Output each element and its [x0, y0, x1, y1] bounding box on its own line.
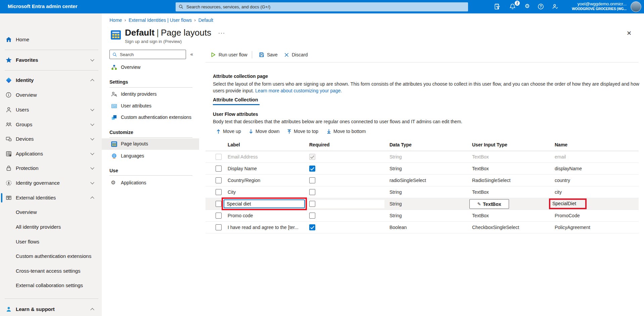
menu-item-applications[interactable]: ⚙ Applications — [102, 177, 199, 189]
nav-subitem-cross-tenant-access-settings[interactable]: Cross-tenant access settings — [0, 264, 102, 278]
row-checkbox[interactable] — [216, 166, 222, 172]
menu-item-languages[interactable]: Languages — [102, 150, 199, 162]
home-icon — [5, 36, 13, 43]
nav-label: Groups — [16, 122, 32, 127]
table-row-policy-agreement[interactable]: I have read and agree to the [ter... Boo… — [205, 222, 639, 233]
menu-collapse-button[interactable]: « — [190, 51, 193, 57]
menu-item-page-layouts[interactable]: Page layouts — [102, 138, 199, 150]
nav-label: Learn & support — [16, 306, 55, 312]
table-row-special-diet[interactable]: String ✎ TextBox SpecialDiet — [205, 198, 639, 210]
settings-gear-icon[interactable]: ⚙ — [523, 3, 531, 10]
nav-item-overview[interactable]: Overview — [0, 88, 102, 102]
label-edit-input[interactable] — [224, 199, 305, 208]
nav-label: User flows — [16, 239, 39, 244]
nav-subitem-all-identity-providers[interactable]: All identity providers — [0, 220, 102, 234]
move-to-bottom-button[interactable]: Move to bottom — [326, 128, 366, 135]
more-actions-icon[interactable]: ... — [218, 28, 225, 35]
feedback-icon[interactable] — [552, 3, 560, 10]
row-checkbox[interactable] — [216, 201, 222, 207]
nav-item-applications[interactable]: Applications — [0, 147, 102, 161]
nav-subitem-overview[interactable]: Overview — [0, 206, 102, 219]
table-row-city[interactable]: City String TextBox city — [205, 186, 639, 198]
learn-support-icon — [5, 306, 13, 313]
user-flow-attributes-title: User Flow attributes — [213, 111, 258, 117]
cell-name: PromoCode — [555, 210, 580, 221]
move-down-button[interactable]: Move down — [248, 128, 280, 135]
table-row-country[interactable]: Country/Region radioSingleSelect RadioSi… — [205, 175, 639, 186]
nav-subitem-custom-authentication-extensions[interactable]: Custom authentication extensions — [0, 250, 102, 263]
menu-search-input[interactable] — [119, 50, 185, 59]
lock-icon — [5, 165, 13, 172]
chevron-down-icon — [90, 122, 94, 126]
avatar[interactable] — [631, 1, 641, 12]
nav-item-home[interactable]: Home — [0, 33, 102, 46]
nav-divider — [5, 50, 98, 50]
move-up-label: Move up — [223, 129, 241, 134]
breadcrumb-link-user-flows[interactable]: External Identities | User flows — [129, 17, 192, 23]
required-checkbox[interactable] — [309, 177, 315, 183]
cell-label: Email Address — [228, 151, 258, 163]
column-header-required[interactable]: Required — [309, 142, 330, 147]
chevron-down-icon — [90, 107, 94, 111]
column-header-user-input-type[interactable]: User Input Type — [472, 142, 507, 147]
nav-item-identity-governance[interactable]: Identity governance — [0, 176, 102, 190]
row-checkbox[interactable] — [216, 213, 222, 219]
row-checkbox[interactable] — [216, 224, 222, 230]
cell-input-type: RadioSingleSelect — [472, 175, 510, 186]
column-header-name[interactable]: Name — [555, 142, 567, 147]
menu-item-overview[interactable]: Overview — [102, 62, 199, 73]
row-checkbox[interactable] — [216, 177, 222, 183]
run-user-flow-button[interactable]: Run user flow — [210, 50, 247, 59]
table-row-display-name[interactable]: Display Name String TextBox displayName — [205, 163, 639, 175]
menu-section-header-customize: Customize — [109, 130, 133, 135]
menu-item-user-attributes[interactable]: User attributes — [102, 100, 199, 112]
nav-item-learn-support[interactable]: Learn & support — [0, 303, 102, 316]
move-to-top-button[interactable]: Move to top — [287, 128, 318, 135]
required-checkbox[interactable] — [309, 166, 315, 172]
required-checkbox[interactable] — [309, 224, 315, 230]
input-type-dropdown-button[interactable]: ✎ TextBox — [469, 199, 509, 209]
global-search-input[interactable] — [186, 2, 461, 11]
tab-attribute-collection[interactable]: Attribute Collection — [213, 97, 258, 102]
breadcrumb-link-default[interactable]: Default — [198, 17, 213, 23]
nav-label: External Identities — [16, 195, 56, 200]
copilot-notebook-icon[interactable] — [494, 3, 502, 10]
row-checkbox[interactable] — [216, 189, 222, 195]
breadcrumb-separator: › — [194, 17, 196, 23]
account-tenant: WOODGROVE GROCERIES (WG... — [572, 7, 627, 11]
global-search[interactable] — [176, 2, 468, 11]
column-header-label[interactable]: Label — [228, 142, 240, 147]
nav-item-favorites[interactable]: Favorites — [0, 53, 102, 67]
nav-item-groups[interactable]: Groups — [0, 118, 102, 131]
table-row-email[interactable]: Email Address String TextBox email — [205, 151, 639, 163]
nav-subitem-external-collaboration-settings[interactable]: External collaboration settings — [0, 279, 102, 292]
nav-item-identity[interactable]: Identity — [0, 74, 102, 87]
chevron-down-icon — [90, 180, 94, 184]
cell-name: city — [555, 186, 562, 198]
move-up-button[interactable]: Move up — [216, 128, 241, 135]
cell-input-type: TextBox — [472, 151, 489, 163]
save-button[interactable]: Save — [259, 50, 278, 59]
required-checkbox[interactable] — [309, 201, 315, 207]
table-row-promo-code[interactable]: Promo code String TextBox PromoCode — [205, 210, 639, 222]
people-icon — [5, 121, 13, 128]
discard-button[interactable]: Discard — [284, 50, 308, 59]
nav-item-devices[interactable]: Devices — [0, 132, 102, 146]
nav-item-protection[interactable]: Protection — [0, 162, 102, 175]
column-header-data-type[interactable]: Data Type — [389, 142, 412, 147]
nav-subitem-user-flows[interactable]: User flows — [0, 235, 102, 249]
menu-item-identity-providers[interactable]: Identity providers — [102, 89, 199, 100]
menu-item-custom-authentication-extensions[interactable]: Custom authentication extensions — [102, 112, 199, 123]
required-checkbox[interactable] — [309, 213, 315, 219]
app-title[interactable]: Microsoft Entra admin center — [8, 3, 78, 9]
nav-item-external-identities[interactable]: External Identities — [0, 191, 102, 205]
close-icon[interactable]: ✕ — [627, 30, 632, 37]
required-checkbox[interactable] — [309, 189, 315, 195]
account-info[interactable]: yoel@wggdemo.onmicr... WOODGROVE GROCERI… — [572, 1, 627, 11]
learn-more-link[interactable]: Learn more about customizing your page. — [255, 88, 342, 93]
nav-item-users[interactable]: Users — [0, 103, 102, 117]
breadcrumb-link-home[interactable]: Home — [109, 17, 122, 23]
menu-search[interactable] — [109, 50, 186, 59]
menu-label: Languages — [121, 153, 144, 159]
help-icon[interactable]: ? — [537, 3, 545, 10]
